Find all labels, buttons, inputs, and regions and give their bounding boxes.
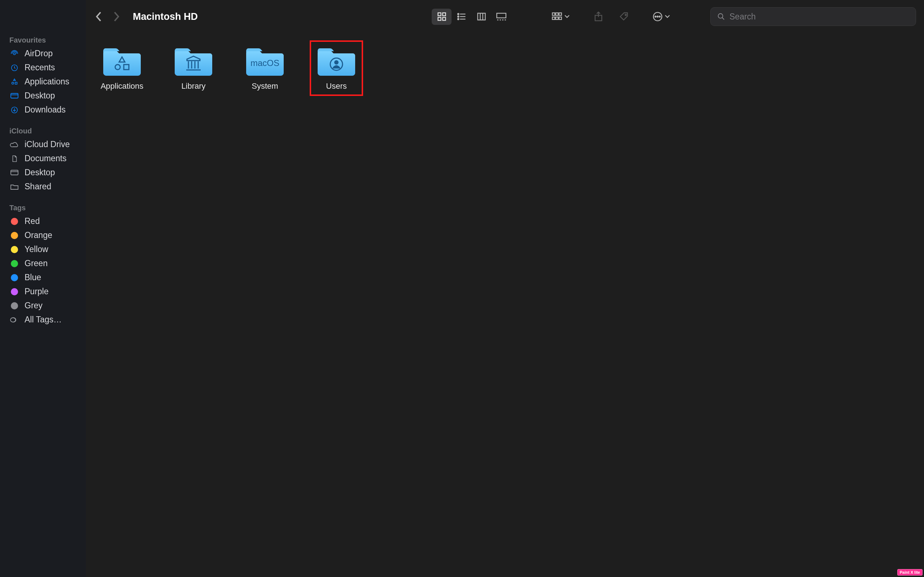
sidebar-item-label: Blue (24, 272, 41, 282)
all-tags-icon (10, 316, 19, 324)
document-icon (10, 155, 19, 163)
sidebar-item-label: All Tags… (24, 315, 62, 324)
tag-icon (619, 11, 629, 22)
sidebar-item-label: Yellow (24, 245, 48, 254)
sidebar-item-airdrop[interactable]: AirDrop (0, 47, 86, 61)
svg-point-28 (718, 14, 723, 18)
share-button[interactable] (588, 9, 608, 25)
search-icon (717, 13, 725, 21)
view-columns-button[interactable] (472, 9, 491, 25)
svg-rect-10 (443, 17, 446, 20)
svg-point-32 (334, 60, 339, 64)
sidebar-item-recents[interactable]: Recents (0, 61, 86, 75)
sidebar-item-label: Recents (24, 63, 55, 73)
svg-rect-17 (556, 13, 558, 16)
content-area: Applications Library m (86, 33, 924, 577)
sidebar-tag-grey[interactable]: Grey (0, 298, 86, 313)
view-mode-group (432, 9, 511, 25)
folder-icon (318, 45, 355, 76)
gallery-icon (496, 11, 507, 22)
tag-dot-icon (10, 302, 19, 310)
columns-icon (477, 11, 486, 22)
sidebar-section-favourites: Favourites (0, 32, 86, 47)
group-by-button[interactable] (551, 12, 570, 21)
folder-system[interactable]: macOS System (240, 42, 290, 95)
tag-dot-icon (10, 232, 19, 239)
svg-point-23 (625, 15, 626, 16)
sidebar-item-label: Applications (24, 77, 69, 87)
folder-label: Library (181, 82, 205, 91)
folder-glyph-text: macOS (246, 45, 284, 76)
tag-dot-icon (10, 288, 19, 296)
share-icon (594, 11, 603, 22)
sidebar-item-icloud-drive[interactable]: iCloud Drive (0, 137, 86, 152)
svg-rect-8 (443, 13, 446, 16)
more-circle-icon (653, 11, 663, 22)
folder-label: Users (326, 82, 347, 91)
sidebar-item-desktop[interactable]: Desktop (0, 89, 86, 103)
tag-dot-icon (10, 246, 19, 253)
folder-library[interactable]: Library (168, 42, 219, 95)
svg-rect-21 (559, 17, 562, 19)
sidebar-tag-red[interactable]: Red (0, 214, 86, 228)
window-title: Macintosh HD (133, 11, 198, 23)
download-icon (10, 106, 19, 114)
sidebar-item-documents[interactable]: Documents (0, 152, 86, 166)
sidebar-section-tags: Tags (0, 200, 86, 214)
view-list-button[interactable] (452, 9, 472, 25)
icon-grid: Applications Library m (97, 42, 917, 95)
folder-label: Applications (101, 82, 144, 91)
forward-button[interactable] (113, 9, 120, 25)
sidebar-item-label: iCloud Drive (24, 140, 69, 149)
svg-point-25 (655, 16, 656, 17)
chevron-down-icon (564, 14, 570, 19)
sidebar-item-label: AirDrop (24, 49, 53, 58)
list-icon (457, 11, 467, 22)
svg-point-11 (457, 13, 459, 15)
view-icons-button[interactable] (432, 9, 452, 25)
sidebar-tag-yellow[interactable]: Yellow (0, 242, 86, 256)
sidebar-item-label: Green (24, 259, 48, 268)
sidebar-section-icloud: iCloud (0, 123, 86, 137)
folder-applications[interactable]: Applications (97, 42, 147, 95)
sidebar-item-label: Grey (24, 301, 43, 311)
sidebar-tag-green[interactable]: Green (0, 256, 86, 271)
view-gallery-button[interactable] (491, 9, 511, 25)
chevron-down-icon (665, 14, 670, 19)
watermark-badge: Paint X lite (897, 569, 922, 575)
svg-point-0 (13, 53, 16, 55)
sidebar-tag-orange[interactable]: Orange (0, 228, 86, 242)
search-input[interactable] (729, 12, 909, 22)
sidebar-item-downloads[interactable]: Downloads (0, 103, 86, 117)
sidebar-item-label: Red (24, 216, 40, 226)
svg-point-12 (457, 16, 459, 17)
back-button[interactable] (95, 9, 102, 25)
chevron-right-icon (113, 11, 120, 22)
svg-rect-4 (11, 93, 18, 98)
folder-users[interactable]: Users (311, 42, 362, 95)
folder-icon: macOS (246, 45, 284, 76)
svg-rect-7 (438, 13, 441, 16)
airdrop-icon (10, 50, 19, 58)
sidebar-tag-all[interactable]: All Tags… (0, 313, 86, 327)
clock-icon (10, 64, 19, 72)
svg-rect-18 (559, 13, 562, 16)
svg-point-13 (457, 18, 459, 20)
svg-point-26 (657, 16, 658, 17)
sidebar-tag-blue[interactable]: Blue (0, 271, 86, 285)
tags-button[interactable] (614, 9, 634, 25)
sidebar-item-desktop-icloud[interactable]: Desktop (0, 166, 86, 180)
actions-button[interactable] (653, 11, 670, 22)
grid-icon (437, 11, 447, 22)
sidebar-item-shared[interactable]: Shared (0, 180, 86, 193)
cloud-icon (10, 141, 19, 148)
sidebar-tag-purple[interactable]: Purple (0, 285, 86, 298)
sidebar-item-label: Desktop (24, 91, 55, 101)
search-field[interactable] (710, 7, 916, 26)
main-area: Macintosh HD (86, 0, 924, 577)
svg-rect-3 (15, 82, 17, 84)
sidebar-item-label: Documents (24, 154, 66, 163)
sidebar-item-applications[interactable]: Applications (0, 75, 86, 89)
desktop-icon (10, 169, 19, 177)
svg-rect-20 (556, 17, 558, 19)
